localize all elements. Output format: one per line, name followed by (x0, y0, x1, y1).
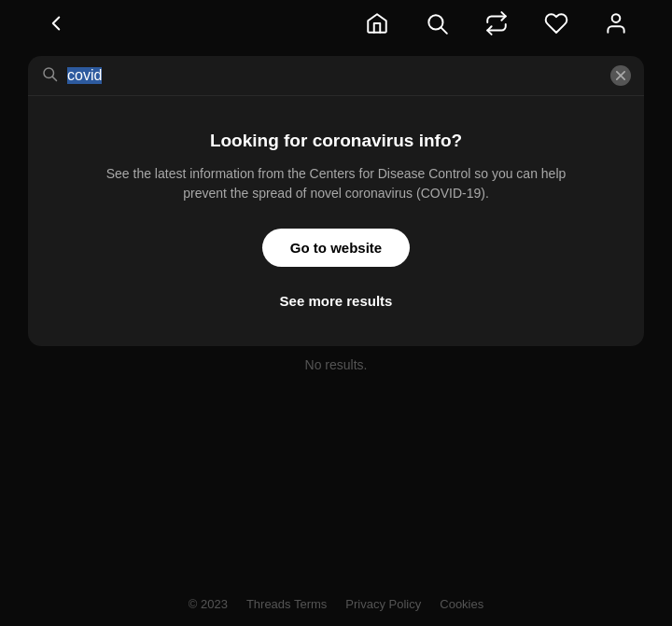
see-more-results-link[interactable]: See more results (280, 293, 393, 318)
back-button[interactable] (37, 5, 75, 42)
heart-icon[interactable] (538, 5, 575, 42)
go-to-website-button[interactable]: Go to website (262, 229, 410, 267)
copyright-text: © 2023 (189, 597, 228, 611)
privacy-policy-link[interactable]: Privacy Policy (345, 597, 421, 611)
home-icon[interactable] (358, 5, 396, 42)
search-input-row (28, 56, 644, 96)
search-container: Looking for coronavirus info? See the la… (28, 56, 644, 346)
footer: © 2023 Threads Terms Privacy Policy Cook… (0, 597, 672, 611)
cookies-link[interactable]: Cookies (440, 597, 483, 611)
covid-panel-title: Looking for coronavirus info? (210, 130, 462, 153)
covid-panel-description: See the latest information from the Cent… (93, 164, 579, 204)
covid-info-panel: Looking for coronavirus info? See the la… (28, 96, 644, 346)
share-icon[interactable] (478, 5, 515, 42)
search-input[interactable] (67, 67, 610, 84)
top-navigation (0, 0, 672, 47)
svg-line-4 (52, 77, 56, 80)
svg-line-1 (441, 28, 447, 34)
threads-terms-link[interactable]: Threads Terms (246, 597, 327, 611)
nav-icons-right (358, 5, 635, 42)
svg-point-2 (612, 14, 621, 22)
search-input-icon (41, 65, 58, 86)
profile-icon[interactable] (597, 5, 635, 42)
clear-search-button[interactable] (610, 65, 631, 86)
no-results-text: No results. (0, 354, 672, 376)
search-nav-icon[interactable] (418, 5, 455, 42)
